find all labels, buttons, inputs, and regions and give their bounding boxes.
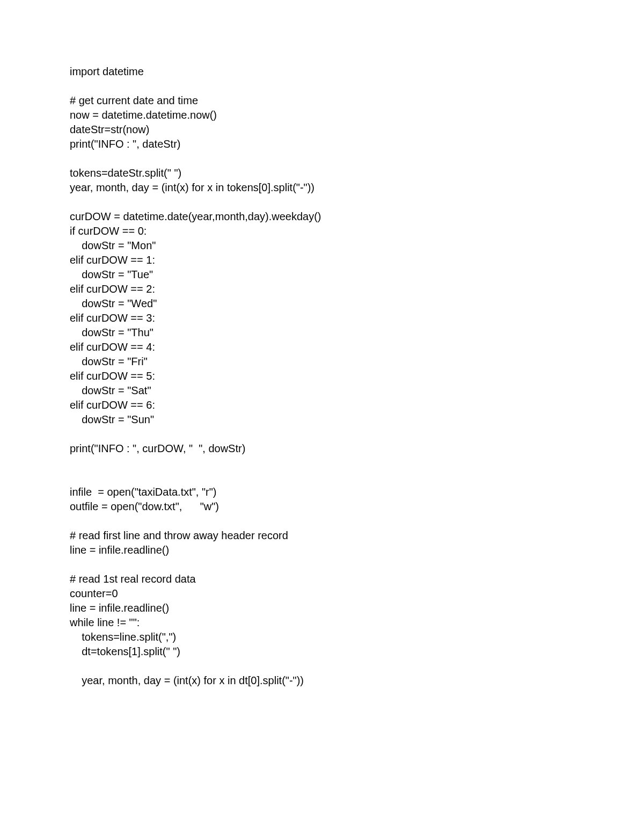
document-page: import datetime # get current date and t… — [0, 0, 644, 834]
code-listing: import datetime # get current date and t… — [70, 64, 574, 688]
